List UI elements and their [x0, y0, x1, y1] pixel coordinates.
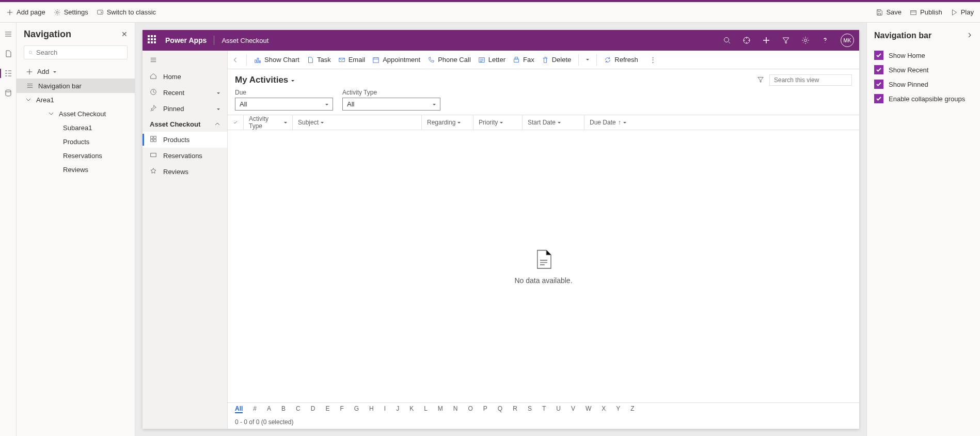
tree-item-reservations[interactable]: Reservations [17, 149, 135, 163]
alpha-y[interactable]: Y [616, 405, 620, 413]
alpha-#[interactable]: # [253, 405, 257, 413]
col-due-date[interactable]: Due Date↑ [584, 115, 646, 130]
col-start-date[interactable]: Start Date [522, 115, 584, 130]
checkbox-show-recent[interactable]: Show Recent [874, 65, 973, 74]
alpha-m[interactable]: M [438, 405, 443, 413]
sitemap-products[interactable]: Products [143, 132, 227, 148]
view-search-input[interactable] [774, 76, 851, 84]
switch-classic-button[interactable]: Switch to classic [97, 8, 156, 16]
overflow-button[interactable]: ⋮ [650, 56, 656, 64]
alpha-x[interactable]: X [602, 405, 606, 413]
delete-split-button[interactable] [586, 58, 589, 61]
alpha-j[interactable]: J [396, 405, 399, 413]
add-button[interactable]: Add [17, 65, 135, 79]
view-search-box[interactable] [769, 74, 852, 86]
due-filter-select[interactable]: All [235, 98, 333, 111]
sitemap-reviews[interactable]: Reviews [143, 164, 227, 180]
tree-item-area1[interactable]: Area1 [17, 93, 135, 107]
alpha-o[interactable]: O [468, 405, 473, 413]
appointment-button[interactable]: Appointment [372, 56, 420, 64]
filter-icon[interactable] [782, 36, 790, 44]
alpha-n[interactable]: N [453, 405, 458, 413]
rail-tree-icon[interactable] [3, 68, 13, 79]
view-selector[interactable]: My Activities [235, 75, 294, 85]
alpha-w[interactable]: W [586, 405, 591, 413]
email-button[interactable]: Email [338, 56, 366, 64]
activity-type-filter-label: Activity Type [342, 89, 440, 96]
target-icon[interactable] [742, 36, 751, 44]
checkbox-show-home[interactable]: Show Home [874, 51, 973, 60]
checkbox-enable-collapsible[interactable]: Enable collapsible groups [874, 94, 973, 103]
alpha-i[interactable]: I [384, 405, 386, 413]
refresh-button[interactable]: Refresh [604, 56, 638, 64]
search-icon[interactable] [723, 36, 731, 44]
letter-button[interactable]: Letter [478, 56, 505, 64]
col-subject[interactable]: Subject [292, 115, 421, 130]
fax-button[interactable]: Fax [513, 56, 534, 64]
alpha-g[interactable]: G [354, 405, 359, 413]
tree-item-products[interactable]: Products [17, 135, 135, 149]
sitemap-group-asset-checkout[interactable]: Asset Checkout [143, 117, 227, 132]
alpha-t[interactable]: T [542, 405, 546, 413]
alpha-q[interactable]: Q [498, 405, 502, 413]
alpha-l[interactable]: L [424, 405, 428, 413]
tree-item-asset-checkout[interactable]: Asset Checkout [17, 107, 135, 121]
alpha-e[interactable]: E [325, 405, 329, 413]
delete-button[interactable]: Delete [542, 56, 572, 64]
tree-item-navigation-bar[interactable]: Navigation bar [17, 79, 135, 93]
play-button[interactable]: Play [951, 8, 974, 16]
alpha-b[interactable]: B [281, 405, 286, 413]
save-label: Save [886, 8, 902, 16]
checkbox-show-pinned[interactable]: Show Pinned [874, 80, 973, 89]
alpha-r[interactable]: R [513, 405, 517, 413]
chevron-right-icon[interactable] [967, 32, 973, 40]
tree-item-reviews[interactable]: Reviews [17, 163, 135, 177]
nav-search-box[interactable] [24, 45, 128, 59]
alpha-u[interactable]: U [556, 405, 561, 413]
publish-button[interactable]: Publish [910, 8, 942, 16]
back-button[interactable] [232, 56, 239, 64]
alpha-v[interactable]: V [571, 405, 575, 413]
avatar[interactable]: MK [841, 34, 854, 47]
phone-call-button[interactable]: Phone Call [428, 56, 471, 64]
rail-pages-icon[interactable] [3, 49, 13, 59]
settings-button[interactable]: Settings [54, 8, 88, 16]
chevron-down-icon [291, 75, 294, 85]
rail-hamburger[interactable] [3, 29, 13, 39]
show-chart-button[interactable]: Show Chart [254, 56, 299, 64]
sitemap-home[interactable]: Home [143, 69, 227, 85]
alpha-d[interactable]: D [311, 405, 315, 413]
select-all-checkbox[interactable] [228, 115, 243, 130]
add-page-button[interactable]: Add page [6, 8, 45, 16]
sitemap-recent[interactable]: Recent [143, 85, 227, 101]
gear-icon[interactable] [801, 36, 810, 44]
filter-icon[interactable] [757, 76, 764, 85]
sitemap-reservations[interactable]: Reservations [143, 148, 227, 164]
alpha-s[interactable]: S [528, 405, 532, 413]
app-launcher-icon[interactable] [148, 35, 158, 45]
save-button[interactable]: Save [876, 8, 902, 16]
alpha-f[interactable]: F [340, 405, 343, 413]
col-priority[interactable]: Priority [473, 115, 522, 130]
tree-item-subarea1[interactable]: Subarea1 [17, 121, 135, 135]
task-button[interactable]: Task [307, 56, 331, 64]
rail-data-icon[interactable] [3, 88, 13, 98]
nav-search-input[interactable] [36, 49, 123, 56]
plus-icon[interactable] [762, 36, 770, 44]
alpha-z[interactable]: Z [630, 405, 634, 413]
alpha-k[interactable]: K [409, 405, 414, 413]
help-icon[interactable] [821, 36, 829, 44]
alpha-a[interactable]: A [267, 405, 271, 413]
sitemap-hamburger[interactable] [143, 53, 227, 69]
col-activity-type[interactable]: Activity Type [243, 115, 292, 130]
alpha-all[interactable]: All [235, 405, 243, 413]
col-regarding[interactable]: Regarding [421, 115, 473, 130]
close-icon[interactable]: ✕ [121, 30, 128, 38]
alpha-h[interactable]: H [369, 405, 374, 413]
alpha-c[interactable]: C [296, 405, 301, 413]
clock-icon [150, 88, 158, 97]
sitemap-label: Home [163, 73, 181, 81]
alpha-p[interactable]: P [483, 405, 487, 413]
activity-type-filter-select[interactable]: All [342, 98, 440, 111]
sitemap-pinned[interactable]: Pinned [143, 101, 227, 117]
